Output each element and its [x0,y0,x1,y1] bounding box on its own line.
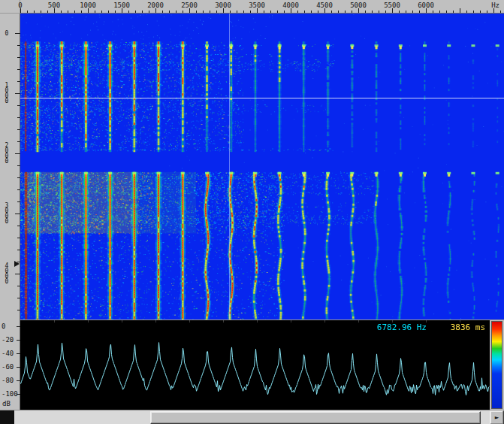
frequency-tick [95,11,95,13]
frequency-tick [439,11,440,13]
frequency-tick [162,11,163,13]
frequency-tick-label: 6000 [418,2,434,9]
db-tick-label: -60 [2,363,14,371]
frequency-tick [68,11,68,13]
right-arrow-icon: ► [495,413,499,421]
time-tick-label: 2 0 0 0 [2,143,12,164]
frequency-tick [385,11,386,13]
time-tick [15,33,20,34]
frequency-tick [453,11,454,13]
ruler-corner-cell [0,0,20,14]
frequency-tick [406,11,406,13]
frequency-tick [500,11,501,13]
frequency-tick [446,11,447,13]
frequency-tick [142,11,143,13]
time-tick [15,214,20,214]
frequency-tick [480,11,481,13]
frequency-tick [345,11,346,13]
frequency-tick [47,11,48,13]
db-tick-label: -80 [2,377,14,384]
frequency-tick [230,11,231,13]
spectrum-panel: 6782.96 Hz 3836 ms [20,320,490,410]
scrollbar-right-arrow-button[interactable]: ► [490,410,504,424]
frequency-tick [433,11,433,13]
time-ruler: 01 0 0 02 0 0 03 0 0 04 0 0 0 [0,14,20,320]
frequency-tick [460,8,460,13]
time-tick [15,274,20,274]
frequency-tick [135,11,136,13]
time-tick [15,93,20,94]
bottom-left-corner-box [0,410,14,424]
frequency-tick [412,11,413,13]
frequency-tick [277,11,278,13]
horizontal-scrollbar: ► [0,410,504,424]
scrollbar-track[interactable] [14,410,490,424]
frequency-tick-label: 4500 [316,2,333,9]
frequency-tick [27,11,28,13]
frequency-tick [216,11,217,13]
frequency-tick-label: 3000 [215,2,231,9]
frequency-tick [466,11,467,13]
frequency-tick [473,11,474,13]
frequency-tick-label: 500 [48,2,60,9]
frequency-tick [297,11,298,13]
time-readout: 3836 ms [451,323,485,332]
frequency-tick-label: 0 [18,2,22,9]
time-cursor-line[interactable] [20,98,504,98]
frequency-tick [338,11,339,13]
time-tick-label: 1 0 0 0 [2,83,12,104]
db-unit-label: dB [2,400,11,407]
time-tick [15,153,20,154]
frequency-tick [304,11,305,13]
frequency-tick [331,11,332,13]
frequency-tick [270,11,271,13]
frequency-tick [203,11,204,13]
db-tick-label: -40 [2,350,14,357]
frequency-tick [365,11,366,13]
frequency-readout: 6782.96 Hz [377,323,427,332]
db-tick-label: 0 [2,323,5,330]
frequency-unit-label: Hz [491,2,499,9]
spectrogram-canvas[interactable] [20,14,504,320]
frequency-tick [352,11,352,13]
frequency-tick [419,11,420,13]
frequency-tick [183,11,183,13]
time-tick-label: 4 0 0 0 [2,263,12,284]
colorbar-well [490,320,504,410]
frequency-tick [115,11,116,13]
frequency-tick [61,11,62,13]
frequency-tick-label: 1500 [113,2,130,9]
frequency-tick [128,11,129,13]
spectrogram-panel [20,14,504,320]
frequency-tick-label: 3500 [249,2,265,9]
db-tick-label: -20 [2,336,14,344]
frequency-tick [264,11,264,13]
intensity-colorbar [491,321,502,409]
time-tick-label: 3 0 0 0 [2,203,12,224]
frequency-tick [34,11,35,13]
frequency-tick [41,11,41,13]
frequency-tick [250,11,251,13]
frequency-tick [284,11,285,13]
spectrum-canvas[interactable] [20,320,490,410]
frequency-tick [372,11,373,13]
frequency-tick [318,11,318,13]
frequency-tick [176,11,177,13]
frequency-cursor-line[interactable] [229,14,230,320]
spectrogram-app: Hz 0500100015002000250030003500400045005… [0,0,504,424]
frequency-tick [379,11,379,13]
frequency-tick [101,11,102,13]
frequency-tick [210,11,210,13]
frequency-tick [196,11,197,13]
frequency-tick [169,11,170,13]
frequency-tick-label: 1000 [80,2,96,9]
frequency-tick [487,11,487,13]
frequency-tick [493,8,494,13]
db-tick-label: -100 [2,390,18,398]
scrollbar-thumb[interactable] [150,411,481,424]
frequency-tick [81,11,82,13]
frequency-tick [149,11,149,13]
frequency-tick [74,11,75,13]
frequency-tick [399,11,400,13]
frequency-tick-label: 4000 [282,2,299,9]
